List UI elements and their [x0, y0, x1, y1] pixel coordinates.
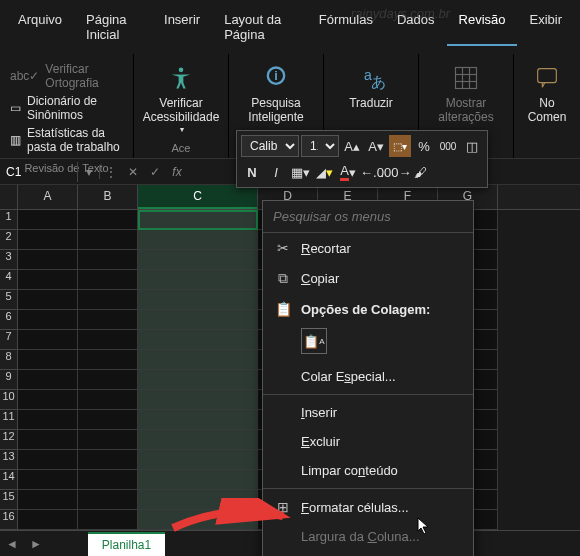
- cell[interactable]: [138, 410, 258, 430]
- cell[interactable]: [78, 330, 138, 350]
- cell[interactable]: [78, 310, 138, 330]
- thousands-button[interactable]: 000: [437, 135, 459, 157]
- menu-insert[interactable]: Inserir: [152, 8, 212, 46]
- thesaurus-button[interactable]: ▭ Dicionário de Sinônimos: [10, 94, 123, 122]
- cell[interactable]: [78, 210, 138, 230]
- cell[interactable]: [78, 390, 138, 410]
- cell[interactable]: [78, 510, 138, 530]
- row-header[interactable]: 16: [0, 510, 18, 530]
- cell[interactable]: [138, 450, 258, 470]
- paste-default-button[interactable]: 📋A: [301, 328, 327, 354]
- tab-next[interactable]: ►: [24, 537, 48, 551]
- row-header[interactable]: 14: [0, 470, 18, 490]
- cell[interactable]: [138, 390, 258, 410]
- cell[interactable]: [18, 430, 78, 450]
- row-header[interactable]: 2: [0, 230, 18, 250]
- number-format-button[interactable]: ⬚▾: [389, 135, 411, 157]
- ctx-clear[interactable]: Limpar conteúdo: [263, 456, 473, 485]
- row-header[interactable]: 3: [0, 250, 18, 270]
- new-comment-button[interactable]: No Comen: [522, 58, 572, 130]
- cell[interactable]: [138, 350, 258, 370]
- menu-layout[interactable]: Layout da Página: [212, 8, 307, 46]
- accessibility-button[interactable]: Verificar Acessibilidade▾: [142, 58, 220, 140]
- cell[interactable]: [78, 290, 138, 310]
- cell[interactable]: [138, 210, 258, 230]
- row-header[interactable]: 4: [0, 270, 18, 290]
- namebox-dropdown[interactable]: ▾: [78, 165, 100, 179]
- cell[interactable]: [18, 230, 78, 250]
- row-header[interactable]: 6: [0, 310, 18, 330]
- translate-button[interactable]: aあ Traduzir: [332, 58, 410, 116]
- row-header[interactable]: 13: [0, 450, 18, 470]
- bold-button[interactable]: N: [241, 161, 263, 183]
- menu-home[interactable]: Página Inicial: [74, 8, 152, 46]
- font-size-select[interactable]: 11: [301, 135, 339, 157]
- tab-prev[interactable]: ◄: [0, 537, 24, 551]
- cell[interactable]: [18, 490, 78, 510]
- italic-button[interactable]: I: [265, 161, 287, 183]
- cell[interactable]: [18, 390, 78, 410]
- row-header[interactable]: 7: [0, 330, 18, 350]
- cell[interactable]: [78, 350, 138, 370]
- ctx-copy[interactable]: ⧉ Copiar: [263, 263, 473, 294]
- cell[interactable]: [18, 450, 78, 470]
- table-format-button[interactable]: ◫: [461, 135, 483, 157]
- row-header[interactable]: 9: [0, 370, 18, 390]
- cell[interactable]: [18, 290, 78, 310]
- cell[interactable]: [138, 490, 258, 510]
- cell[interactable]: [138, 510, 258, 530]
- row-header[interactable]: 1: [0, 210, 18, 230]
- ctx-column-width[interactable]: Largura da Coluna...: [263, 522, 473, 551]
- cell[interactable]: [138, 230, 258, 250]
- cell[interactable]: [138, 370, 258, 390]
- cell[interactable]: [138, 250, 258, 270]
- cell[interactable]: [78, 490, 138, 510]
- cell[interactable]: [78, 370, 138, 390]
- select-all-corner[interactable]: [0, 185, 18, 209]
- name-box[interactable]: C1: [0, 162, 78, 182]
- col-header-c[interactable]: C: [138, 185, 258, 209]
- cell[interactable]: [78, 410, 138, 430]
- context-search[interactable]: [263, 201, 473, 233]
- cell[interactable]: [138, 330, 258, 350]
- menu-view[interactable]: Exibir: [517, 8, 574, 46]
- cell[interactable]: [18, 330, 78, 350]
- cell[interactable]: [138, 470, 258, 490]
- confirm-edit-button[interactable]: ✓: [144, 165, 166, 179]
- cell[interactable]: [138, 310, 258, 330]
- cell[interactable]: [78, 270, 138, 290]
- cell[interactable]: [18, 270, 78, 290]
- cell[interactable]: [138, 430, 258, 450]
- cell[interactable]: [18, 410, 78, 430]
- cell[interactable]: [18, 310, 78, 330]
- cell[interactable]: [78, 230, 138, 250]
- sheet-tab-1[interactable]: Planilha1: [88, 532, 165, 556]
- row-header[interactable]: 11: [0, 410, 18, 430]
- cell[interactable]: [78, 430, 138, 450]
- col-header-a[interactable]: A: [18, 185, 78, 209]
- fill-color-button[interactable]: ◢▾: [313, 161, 335, 183]
- insert-function-button[interactable]: fx: [166, 165, 188, 179]
- row-header[interactable]: 15: [0, 490, 18, 510]
- ctx-format-cells[interactable]: ⊞ Formatar células...: [263, 492, 473, 522]
- cancel-button[interactable]: ⋮: [100, 165, 122, 179]
- cell[interactable]: [78, 250, 138, 270]
- percent-button[interactable]: %: [413, 135, 435, 157]
- cell[interactable]: [18, 250, 78, 270]
- row-header[interactable]: 12: [0, 430, 18, 450]
- cell[interactable]: [18, 470, 78, 490]
- spelling-button[interactable]: abc✓ Verificar Ortografia: [10, 62, 123, 90]
- cancel-edit-button[interactable]: ✕: [122, 165, 144, 179]
- cell[interactable]: [78, 450, 138, 470]
- menu-file[interactable]: Arquivo: [6, 8, 74, 46]
- smart-lookup-button[interactable]: i Pesquisa Inteligente: [237, 58, 315, 131]
- context-search-input[interactable]: [273, 209, 463, 224]
- increase-font-button[interactable]: A▴: [341, 135, 363, 157]
- cell[interactable]: [18, 510, 78, 530]
- cell[interactable]: [18, 350, 78, 370]
- show-changes-button[interactable]: Mostrar alterações: [427, 58, 505, 131]
- border-button[interactable]: ▦▾: [289, 161, 311, 183]
- format-painter-button[interactable]: 🖌: [409, 161, 431, 183]
- cell[interactable]: [138, 290, 258, 310]
- col-header-b[interactable]: B: [78, 185, 138, 209]
